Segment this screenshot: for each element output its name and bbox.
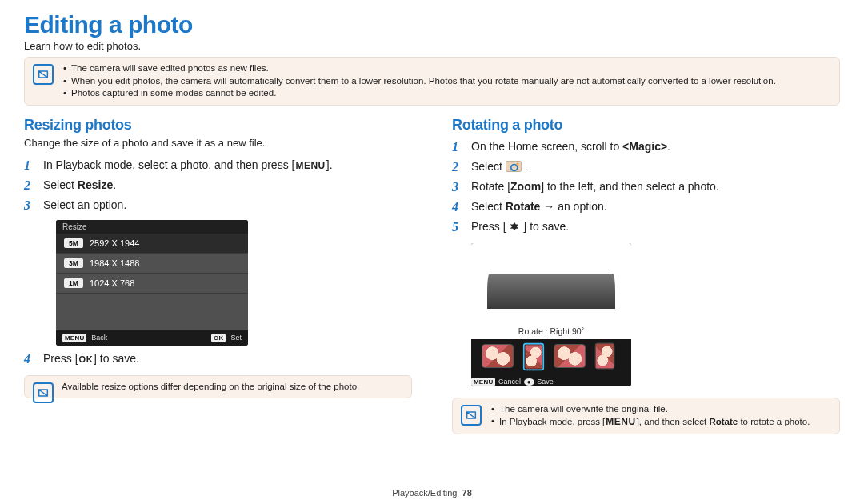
rotate-caption: Rotate : Right 90˚ [471,326,631,336]
step-text: Select [43,178,78,191]
mp-badge: 1M [64,278,83,288]
resize-step-4: 4 Press [OK] to save. [24,349,412,369]
resize-note-box: Available resize options differ dependin… [24,375,412,399]
rotate-thumb-90[interactable] [523,342,544,370]
foot-ok-tag: OK [211,334,226,342]
resize-option-dim: 2592 X 1944 [90,238,139,248]
step-text: ] to the left, and then select a photo. [541,180,719,193]
step-text: Press [ [471,220,506,233]
info-icon [33,64,54,85]
step-text: In Playback mode, select a photo, and th… [43,158,294,171]
svg-rect-0 [506,161,521,171]
foot-menu-tag: MENU [62,334,86,342]
footer-section: Playback/Editing [392,488,457,498]
resize-option-dim: 1984 X 1488 [90,258,139,268]
step-text: ]. [326,158,333,171]
top-infobox-bullet: The camera will save edited photos as ne… [62,62,831,75]
step-text: Select [471,200,506,213]
step-text: Select an option. [43,198,126,211]
resize-device-mock: Resize 5M 2592 X 1944 3M 1984 X 1488 1M [56,220,248,346]
rotate-tool-icon [506,160,522,171]
step-text: ] to save. [523,220,569,233]
rotate-note-box: The camera will overwrite the original f… [452,398,840,434]
rotate-device-mock: Rotate : Right 90˚ MENU Cancel ● Save [471,243,631,386]
step-text: Select [471,160,506,173]
step-text: ] to save. [94,352,139,365]
step-text: . [667,140,670,153]
resize-option-row[interactable]: 1M 1024 X 768 [56,274,248,294]
resize-column: Resizing photos Change the size of a pho… [24,114,412,442]
step-text-bold: Rotate [506,200,541,213]
resize-step-2: 2 Select Resize. [24,175,412,195]
resize-note-text: Available resize options differ dependin… [62,381,403,394]
step-text: . [525,160,528,173]
step-text: Press [ [43,352,78,365]
mp-badge: 5M [64,238,83,248]
foot-save-icon: ● [524,378,534,386]
ok-glyph: OK [78,353,94,366]
footer-page-number: 78 [462,488,472,498]
info-icon [33,382,54,403]
step-text: . [113,178,116,191]
page-subtitle: Learn how to edit photos. [24,40,840,52]
top-infobox-bullet: When you edit photos, the camera will au… [62,75,831,88]
resize-sub: Change the size of a photo and save it a… [24,137,412,149]
step-text-bold: Zoom [510,180,541,193]
foot-set-label[interactable]: Set [230,334,242,342]
rotate-step-3: 3 Rotate [Zoom] to the left, and then se… [452,177,840,197]
rotate-thumb-180[interactable] [554,344,586,368]
step-text: Rotate [ [471,180,510,193]
top-info-box: The camera will save edited photos as ne… [24,57,840,106]
resize-option-row[interactable]: 5M 2592 X 1944 [56,234,248,254]
step-text: → an option. [540,200,606,213]
menu-glyph: MENU [294,158,326,174]
device-title: Resize [56,220,248,234]
page-root: Editing a photo Learn how to edit photos… [0,0,864,504]
resize-step-3: 3 Select an option. [24,195,412,215]
rotate-preview-area: Rotate : Right 90˚ [471,243,631,339]
step-text-bold: <Magic> [622,140,667,153]
preview-image-placeholder [487,274,615,309]
rotate-note-bullet: In Playback mode, press [MENU], and then… [490,415,831,429]
resize-heading: Resizing photos [24,117,412,134]
page-title: Editing a photo [24,11,840,38]
rotate-thumb-270[interactable] [595,342,615,369]
svg-point-2 [516,162,518,165]
page-footer: Playback/Editing 78 [0,488,864,498]
top-infobox-bullet: Photos captured in some modes cannot be … [62,87,831,100]
resize-step-1: 1 In Playback mode, select a photo, and … [24,155,412,175]
foot-save-label[interactable]: Save [537,378,554,386]
rotate-step-5: 5 Press [ ] to save. [452,217,840,238]
menu-glyph: MENU [605,414,636,429]
rotate-step-1: 1 On the Home screen, scroll to <Magic>. [452,137,840,157]
rotate-column: Rotating a photo 1 On the Home screen, s… [452,114,840,442]
rotate-step-4: 4 Select Rotate → an option. [452,197,840,217]
foot-back-label[interactable]: Back [91,334,107,342]
step-text: On the Home screen, scroll to [471,140,622,153]
foot-menu-tag: MENU [471,378,495,386]
shutter-icon [509,220,520,237]
mp-badge: 3M [64,258,83,268]
info-icon [461,405,482,426]
rotate-note-bullet: The camera will overwrite the original f… [490,403,831,416]
rotate-step-2: 2 Select . [452,157,840,177]
rotate-heading: Rotating a photo [452,117,840,134]
foot-cancel-label[interactable]: Cancel [498,378,521,386]
rotate-thumb-0[interactable] [482,344,514,368]
resize-option-dim: 1024 X 768 [90,278,134,288]
step-text-bold: Resize [78,178,113,191]
resize-option-row[interactable]: 3M 1984 X 1488 [56,254,248,274]
